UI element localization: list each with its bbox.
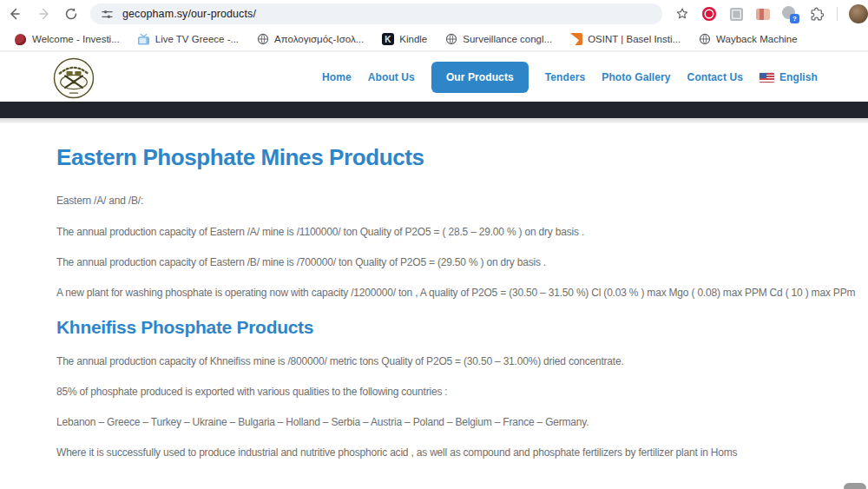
paragraph: The annual production capacity of Easter… <box>56 226 838 239</box>
paragraph: Lebanon – Greece – Turkey – Ukraine – Bu… <box>56 416 838 429</box>
paragraph: A new plant for washing phosphate is ope… <box>56 287 838 300</box>
globe-icon <box>698 33 711 46</box>
bookmark-kindle[interactable]: K Kindle <box>374 30 434 49</box>
paragraph: Eastern /A/ and /B/: <box>56 195 838 208</box>
nav-contact-us[interactable]: Contact Us <box>687 71 743 83</box>
bookmark-wayback[interactable]: Wayback Machine <box>691 30 805 49</box>
main-navigation: Home About Us Our Products Tenders Photo… <box>322 52 818 102</box>
bookmarks-bar: Welcome - Investi... Live TV Greece -...… <box>0 28 868 51</box>
extension-badge: ? <box>790 14 799 23</box>
extension-badged-icon[interactable]: ? <box>782 6 798 22</box>
bookmark-surveillance[interactable]: Surveillance congl... <box>437 30 559 49</box>
browser-toolbar: gecopham.sy/our-products/ ? <box>0 0 868 28</box>
extension-red-icon[interactable] <box>701 6 717 22</box>
paragraph: The annual production capacity of Easter… <box>56 256 838 269</box>
nav-tenders[interactable]: Tenders <box>545 71 586 83</box>
bookmark-live-tv[interactable]: Live TV Greece -... <box>130 30 246 49</box>
tv-icon <box>137 33 150 46</box>
forward-icon <box>36 7 50 21</box>
nav-our-products[interactable]: Our Products <box>431 62 529 93</box>
address-bar[interactable]: gecopham.sy/our-products/ <box>90 3 662 24</box>
us-flag-icon <box>760 73 774 83</box>
bookmark-welcome[interactable]: Welcome - Investi... <box>7 30 127 49</box>
toolbar-divider <box>837 7 838 21</box>
reload-button[interactable] <box>59 2 83 26</box>
bookmark-apologismos[interactable]: Απολογισμός-Ισολ... <box>249 30 371 49</box>
nav-language-english[interactable]: English <box>760 71 818 83</box>
extension-gray-icon[interactable] <box>728 6 744 22</box>
paragraph: Where it is successfully used to produce… <box>56 446 838 459</box>
globe-icon <box>256 33 269 46</box>
hero-banner-strip <box>0 102 868 118</box>
red-splat-icon <box>14 33 27 46</box>
globe-icon <box>444 33 457 46</box>
url-text[interactable]: gecopham.sy/our-products/ <box>122 8 256 20</box>
reload-icon <box>64 7 78 21</box>
extension-pixel-icon[interactable] <box>755 6 771 22</box>
back-button[interactable] <box>3 2 28 26</box>
back-icon <box>9 7 23 21</box>
toolbar-right-cluster: ? <box>674 4 868 23</box>
folder-icon <box>569 33 582 46</box>
forward-button[interactable] <box>31 2 56 26</box>
paragraph: 85% of phosphate produced is exported wi… <box>56 386 838 399</box>
bookmark-star-icon[interactable] <box>674 6 690 22</box>
profile-avatar[interactable] <box>849 4 868 23</box>
section-heading-khneifiss: Khneifiss Phosphate Products <box>56 317 838 338</box>
section-heading-eastern: Eastern Phosphate Mines Products <box>56 144 838 171</box>
paragraph: The annual production capacity of Khneif… <box>56 355 838 368</box>
extensions-puzzle-icon[interactable] <box>809 6 825 23</box>
site-info-icon[interactable] <box>101 8 114 21</box>
nav-home[interactable]: Home <box>322 71 352 83</box>
kindle-icon: K <box>381 33 394 46</box>
nav-photo-gallery[interactable]: Photo Gallery <box>602 71 670 83</box>
bookmark-osint[interactable]: OSINT | Basel Insti... <box>562 30 687 49</box>
banner-shadow <box>0 118 868 123</box>
page-content: Eastern Phosphate Mines Products Eastern… <box>56 144 838 477</box>
nav-about-us[interactable]: About Us <box>368 71 415 83</box>
scroll-to-top-button[interactable] <box>844 483 866 489</box>
site-header: Home About Us Our Products Tenders Photo… <box>0 51 868 102</box>
gecopham-logo[interactable] <box>50 55 97 102</box>
